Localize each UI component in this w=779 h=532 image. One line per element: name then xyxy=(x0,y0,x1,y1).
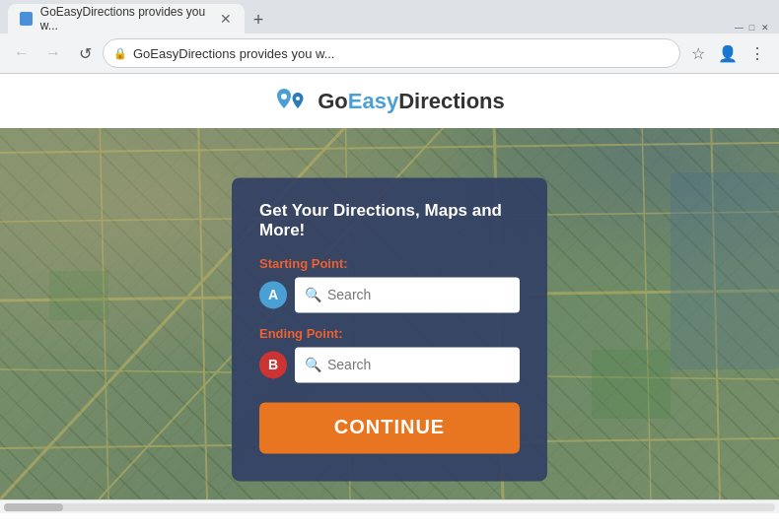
nav-actions: ☆ 👤 ⋮ xyxy=(684,39,771,67)
logo-easy: Easy xyxy=(348,89,398,113)
search-icon-b: 🔍 xyxy=(305,357,321,372)
logo-text: GoEasyDirections xyxy=(318,89,505,114)
new-tab-button[interactable]: + xyxy=(245,6,272,33)
ending-point-label: Ending Point: xyxy=(259,326,520,341)
page-content: GoEasyDirections Get Your Directions, Ma… xyxy=(0,74,779,499)
modal-title: Get Your Directions, Maps and More! xyxy=(259,201,520,240)
scrollbar-thumb[interactable] xyxy=(4,503,63,511)
address-text: GoEasyDirections provides you w... xyxy=(133,46,670,61)
starting-point-input[interactable] xyxy=(327,287,510,302)
forward-button[interactable]: → xyxy=(39,39,67,67)
browser-bottom-bar xyxy=(0,499,779,513)
logo-container: GoEasyDirections xyxy=(274,87,505,116)
logo-go: Go xyxy=(318,89,348,113)
tab-title: GoEasyDirections provides you w... xyxy=(40,5,211,33)
tab-bar: GoEasyDirections provides you w... ✕ + —… xyxy=(0,0,779,33)
ending-point-input[interactable] xyxy=(327,357,510,372)
navigation-bar: ← → ↺ 🔒 GoEasyDirections provides you w.… xyxy=(0,33,779,73)
directions-modal: Get Your Directions, Maps and More! Star… xyxy=(232,177,547,481)
minimize-button[interactable]: — xyxy=(733,21,745,33)
logo-directions: Directions xyxy=(398,89,505,113)
active-tab[interactable]: GoEasyDirections provides you w... ✕ xyxy=(8,4,245,33)
marker-b-badge: B xyxy=(259,351,287,378)
address-bar[interactable]: 🔒 GoEasyDirections provides you w... xyxy=(103,38,680,68)
bookmark-button[interactable]: ☆ xyxy=(684,39,712,67)
menu-button[interactable]: ⋮ xyxy=(744,39,771,67)
starting-input-wrapper[interactable]: 🔍 xyxy=(295,277,520,312)
ending-input-wrapper[interactable]: 🔍 xyxy=(295,347,520,382)
search-icon-a: 🔍 xyxy=(305,287,321,302)
starting-point-row: A 🔍 xyxy=(259,277,520,312)
marker-a-badge: A xyxy=(259,281,287,308)
lock-icon: 🔒 xyxy=(113,47,127,60)
horizontal-scrollbar[interactable] xyxy=(4,503,775,511)
back-button[interactable]: ← xyxy=(8,39,35,67)
browser-chrome: GoEasyDirections provides you w... ✕ + —… xyxy=(0,0,779,74)
ending-point-row: B 🔍 xyxy=(259,347,520,382)
modal-backdrop: Get Your Directions, Maps and More! Star… xyxy=(0,128,779,499)
logo-icon xyxy=(274,87,310,116)
tab-close-button[interactable]: ✕ xyxy=(218,11,233,27)
account-button[interactable]: 👤 xyxy=(714,39,742,67)
maximize-button[interactable]: □ xyxy=(745,21,758,33)
refresh-button[interactable]: ↺ xyxy=(71,39,99,67)
window-close-button[interactable]: ✕ xyxy=(758,21,771,33)
site-header: GoEasyDirections xyxy=(0,74,779,128)
continue-label: CONTINUE xyxy=(334,416,445,437)
continue-button[interactable]: CONTINUE xyxy=(259,402,520,453)
tab-favicon xyxy=(20,12,33,26)
starting-point-label: Starting Point: xyxy=(259,256,520,271)
